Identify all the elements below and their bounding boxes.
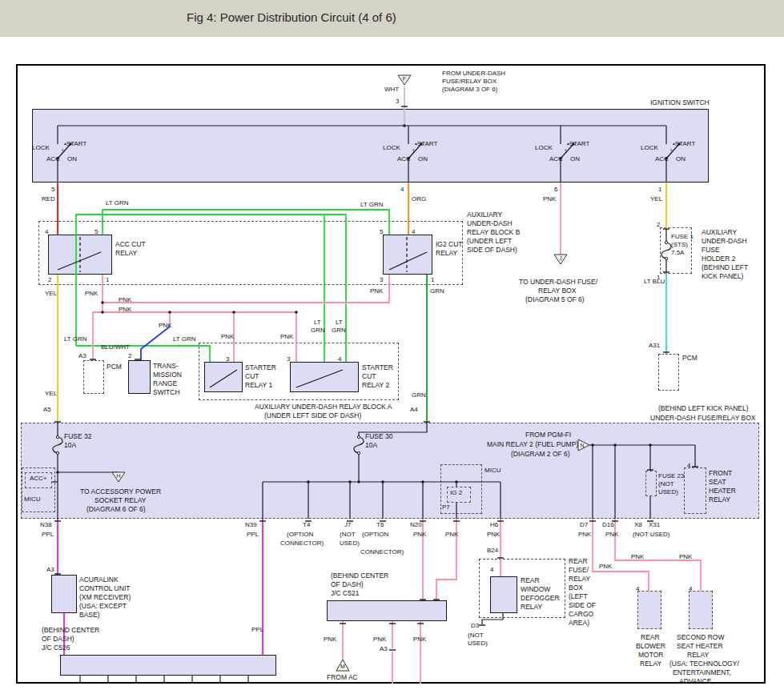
diagram-label: P7 [442, 504, 450, 511]
diagram-label: (UNDER LEFT SIDE OF DASH) [264, 412, 361, 419]
diagram-label: PNK [413, 532, 426, 538]
diagram-label: B24 [487, 548, 498, 554]
diagram-label: CARGO [569, 611, 593, 618]
diagram-label: YEL [45, 391, 57, 397]
diagram-label: ↑ [61, 148, 64, 154]
diagram-label: FUSE 23 [658, 473, 684, 479]
diagram-label: ENTERTAINMENT, [673, 669, 731, 676]
diagram-label: PNK [413, 636, 426, 643]
diagram-label: LOCK [32, 145, 50, 151]
diagram-labels-layer: FROM UNDER-DASHFUSE/RELAY BOX(DIAGRAM 3 … [0, 0, 784, 690]
diagram-label: BLOWER [636, 643, 665, 650]
diagram-label: RELAY [115, 250, 137, 257]
diagram-label: PNK [119, 307, 131, 313]
diagram-label: PNK [85, 291, 98, 297]
diagram-label: (DIAGRAM 5 OF 6) [525, 296, 585, 303]
diagram-label: UNDER-DASH FUSE/RELAY BOX [650, 415, 755, 422]
diagram-label: J/C C521 [331, 590, 359, 597]
diagram-label: T4 [303, 522, 310, 528]
diagram-label: ACC [397, 156, 411, 162]
diagram-label: D16 [602, 522, 614, 528]
diagram-label: GRN [311, 327, 325, 334]
diagram-label: (USA: TECHNOLOGY/ [669, 660, 739, 668]
diagram-label: 1 [658, 187, 661, 193]
diagram-label: J7 [344, 522, 351, 528]
diagram-label: (USA: EXCEPT [79, 603, 127, 610]
diagram-label: N20 [410, 522, 422, 528]
diagram-label: •START [415, 141, 437, 147]
diagram-label: (BEHIND LEFT KICK PANEL) [658, 405, 749, 412]
diagram-label: CONNECTOR) [280, 540, 324, 547]
diagram-label: (UNDER LEFT [467, 238, 512, 245]
diagram-label: STARTER [245, 364, 276, 371]
diagram-label: AUXILIARY [467, 211, 502, 219]
diagram-label: YEL [650, 196, 662, 203]
diagram-label: ↑ [564, 148, 567, 154]
diagram-label: (NOT [468, 632, 484, 639]
diagram-label: TRANS- [153, 363, 179, 370]
diagram-label: PNK [605, 532, 618, 538]
diagram-label: 4 [490, 567, 493, 573]
diagram-label: AREA) [569, 620, 589, 627]
diagram-label: 1 [106, 277, 109, 283]
diagram-label: SIDE OF DASH) [467, 247, 517, 254]
diagram-label: (BEHIND CENTER [331, 572, 388, 580]
diagram-label: CUT [362, 373, 376, 380]
diagram-label: BOX [569, 584, 583, 592]
diagram-label: ADVANCE, [679, 678, 714, 685]
diagram-label: •START [64, 141, 86, 147]
diagram-label: PNK [324, 636, 336, 643]
diagram-label: LT GRN [360, 202, 384, 208]
diagram-label: RELAY 2 [362, 382, 389, 389]
diagram-label: REAR [569, 558, 588, 565]
diagram-label: N38 [40, 522, 52, 528]
diagram-label: (NOT [340, 532, 356, 538]
diagram-label: PNK [543, 196, 556, 203]
diagram-label: FUSE [702, 247, 720, 254]
diagram-label: PNK [159, 323, 171, 329]
diagram-label: H6 [490, 522, 498, 528]
diagram-label: RED [42, 196, 55, 203]
diagram-label: IGNITION SWITCH [650, 99, 710, 106]
diagram-label: LT GRN [173, 336, 196, 343]
diagram-label: BASE) [79, 612, 100, 619]
diagram-label: 5 [51, 187, 54, 193]
diagram-label: WHT [384, 86, 399, 93]
diagram-label: 3 [287, 356, 290, 363]
diagram-label: D7 [580, 522, 588, 528]
diagram-label: TO UNDER-DASH FUSE/ [519, 279, 597, 286]
diagram-label: LT BLU [644, 279, 665, 285]
diagram-label: GRN [430, 288, 444, 295]
diagram-label: PNK [631, 554, 644, 560]
diagram-label: 3 [380, 277, 383, 283]
diagram-label: A3 [46, 567, 54, 573]
diagram-label: PPL [251, 627, 263, 633]
diagram-label: 2 [128, 353, 131, 359]
diagram-label: ↑ [412, 148, 415, 154]
diagram-label: FROM UNDER-DASH [442, 70, 505, 77]
diagram-label: X8 [634, 522, 642, 528]
diagram-label: WINDOW [521, 586, 550, 593]
diagram-label: SECOND ROW [677, 634, 725, 641]
diagram-label: PNK [370, 288, 383, 295]
diagram-label: (BEHIND LEFT [702, 264, 748, 271]
diagram-label: 4 [687, 463, 690, 469]
diagram-label: REAR [641, 634, 660, 641]
diagram-label: •START [567, 141, 589, 147]
diagram-label: PNK [445, 532, 458, 538]
diagram-label: A31 [649, 343, 660, 349]
diagram-label: RELAY [569, 576, 590, 583]
diagram-label: LT GRN [106, 200, 129, 207]
diagram-label: USED) [340, 540, 360, 547]
diagram-label: UNDER-DASH [702, 238, 747, 245]
diagram-label: PCM [682, 355, 698, 362]
diagram-label: MICU [24, 496, 40, 503]
diagram-label: 7.5A [671, 250, 684, 256]
diagram-label: 4 [400, 187, 404, 193]
diagram-label: PCM [107, 363, 122, 371]
diagram-label: (OPTION [287, 532, 313, 538]
diagram-label: RELAY [521, 604, 542, 611]
diagram-label: A3 [380, 646, 388, 652]
diagram-label: PNK [679, 554, 692, 560]
diagram-label: 4 [45, 229, 48, 235]
